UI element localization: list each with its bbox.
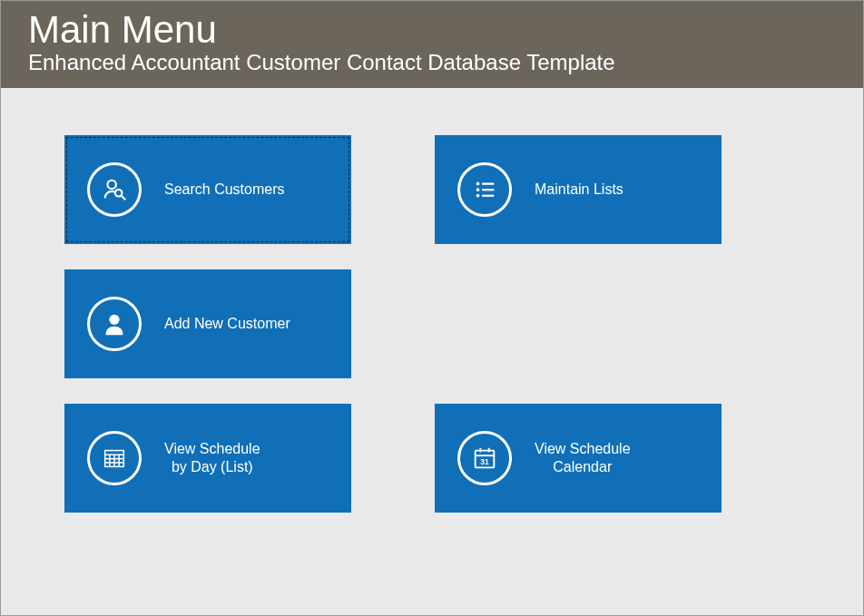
search-customers-label: Search Customers xyxy=(164,181,285,199)
add-new-customer-icon xyxy=(64,297,164,351)
maintain-lists-button[interactable]: Maintain Lists xyxy=(435,135,722,244)
svg-rect-8 xyxy=(482,195,494,197)
view-schedule-calendar-icon: 31 xyxy=(435,431,535,485)
page-title: Main Menu xyxy=(28,10,836,50)
search-customers-icon xyxy=(64,162,164,217)
view-schedule-calendar-label: View Schedule Calendar xyxy=(535,440,631,476)
view-schedule-list-icon xyxy=(64,431,164,485)
page-subtitle: Enhanced Accountant Customer Contact Dat… xyxy=(28,50,836,75)
page-header: Main Menu Enhanced Accountant Customer C… xyxy=(1,1,863,88)
svg-point-0 xyxy=(108,181,116,189)
svg-text:31: 31 xyxy=(480,457,489,466)
search-customers-button[interactable]: Search Customers xyxy=(64,135,351,244)
view-schedule-list-button[interactable]: View Schedule by Day (List) xyxy=(64,404,351,513)
svg-line-2 xyxy=(122,196,126,200)
maintain-lists-label: Maintain Lists xyxy=(535,181,623,199)
svg-point-1 xyxy=(115,190,123,197)
add-new-customer-label: Add New Customer xyxy=(164,315,290,333)
svg-rect-6 xyxy=(482,183,494,185)
svg-point-9 xyxy=(109,315,119,325)
view-schedule-list-label: View Schedule by Day (List) xyxy=(164,440,260,476)
add-new-customer-button[interactable]: Add New Customer xyxy=(64,269,351,378)
view-schedule-calendar-button[interactable]: 31 View Schedule Calendar xyxy=(435,404,722,513)
maintain-lists-icon xyxy=(435,162,535,217)
svg-point-3 xyxy=(476,182,480,186)
svg-point-5 xyxy=(476,194,480,198)
svg-point-4 xyxy=(476,188,480,191)
svg-rect-7 xyxy=(482,189,494,191)
